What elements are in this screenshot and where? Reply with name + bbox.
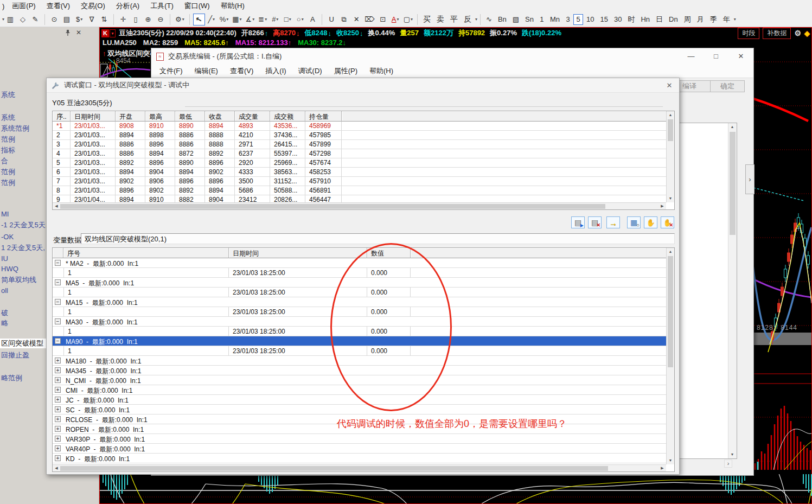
status-button-时段[interactable]: 时段 (738, 28, 759, 39)
indicator-diamond-icon[interactable]: ◇ (17, 14, 29, 25)
rectangle-tool-icon[interactable]: □▾ (282, 14, 293, 25)
collapse-icon[interactable]: − (55, 338, 61, 344)
menu-fragment[interactable]: ) (0, 2, 7, 10)
close-icon[interactable]: ✕ (728, 48, 753, 65)
menu-item[interactable]: 画面(P) (7, 0, 41, 12)
expand-icon[interactable]: + (55, 426, 61, 432)
period-button-月[interactable]: 月 (694, 14, 707, 25)
sidebar-item[interactable]: 略 (1, 318, 8, 328)
pause-data-button[interactable]: ✋ (644, 216, 657, 228)
grid-tool-icon[interactable]: ▦▾ (231, 14, 243, 25)
cursor-tool-icon[interactable]: ↖ (193, 14, 205, 25)
sidebar-item[interactable]: IU (1, 254, 8, 264)
variable-group-row[interactable]: −* MA2 - 最新:0.000 In:1 (53, 258, 666, 268)
table-row[interactable]: 823/01/03...8896890288928894568650588...… (53, 186, 666, 195)
menu-item[interactable]: 窗口(W) (179, 0, 215, 12)
chevron-down-icon[interactable]: ▾ (110, 29, 116, 37)
period-button-Bn[interactable]: Bn (495, 14, 509, 25)
sidebar-item[interactable]: 系统范例 (1, 124, 29, 133)
period-button-Hn[interactable]: Hn (638, 14, 653, 25)
variable-group-row[interactable]: −MA30 - 最新:0.000 In:1 (53, 317, 666, 327)
variable-group-row[interactable]: −MA90 - 最新:0.000 In:1 (53, 336, 666, 346)
sidebar-item[interactable]: 1 2天金叉5天, (1, 243, 45, 253)
expand-icon[interactable]: + (55, 436, 61, 442)
kline-chart-icon[interactable]: ▥ (4, 14, 16, 25)
edit-menu-item[interactable]: 帮助(H) (363, 65, 399, 77)
scroll-down-icon[interactable]: ▼ (728, 451, 736, 458)
sidebar-item-selected[interactable]: 区间突破模型 (0, 339, 51, 348)
filter-icon[interactable]: ∇ (86, 14, 98, 25)
period-button-1[interactable]: 1 (537, 14, 547, 25)
period-button-10[interactable]: 10 (584, 14, 597, 25)
table-horizontal-scrollbar[interactable]: ◀ ▶ (53, 202, 666, 209)
table-row[interactable]: 923/01/04...88948910888289042341220826..… (53, 195, 666, 202)
debug-titlebar[interactable]: 调试窗口 - 双均线区间突破模型 - 调试中 (47, 78, 679, 93)
variable-group-row[interactable]: +MA180 - 最新:0.000 In:1 (53, 356, 666, 366)
table-row[interactable]: 423/01/03...8886889488728892623755397...… (53, 149, 666, 158)
scroll-left-icon[interactable]: ◀ (53, 464, 60, 472)
period-button-∿[interactable]: ∿ (483, 14, 495, 25)
column-header[interactable]: 数值 (367, 248, 411, 258)
sidebar-item[interactable]: 略范例 (1, 373, 22, 383)
variable-group-row[interactable]: +KD - 最新:0.000 In:1 (53, 454, 666, 463)
sidebar-item[interactable]: -OK (1, 232, 14, 242)
variable-group-row[interactable]: +MA345 - 最新:0.000 In:1 (53, 366, 666, 375)
playback-icon[interactable]: ⊙ (48, 14, 60, 25)
alert-diamond-icon[interactable]: ◆ (804, 29, 810, 37)
sidebar-item[interactable]: 简单双均线 (1, 275, 36, 285)
edit-menu-item[interactable]: 文件(F) (154, 65, 189, 77)
table-horizontal-scrollbar[interactable]: ◀ ▶ (53, 464, 666, 471)
editor-titlebar[interactable]: ≈ 交易系统编辑 - (所属公式组：I.自编) (151, 48, 753, 65)
column-header[interactable]: 最高 (145, 111, 175, 122)
measure-icon[interactable]: ▯ (130, 14, 142, 25)
scroll-right-icon[interactable]: ▶ (658, 202, 666, 210)
text-tool-icon[interactable]: A (306, 14, 318, 25)
variable-group-row[interactable]: −MA5 - 最新:0.000 In:1 (53, 278, 666, 288)
sidebar-item[interactable]: 合 (1, 156, 8, 166)
scroll-up-icon[interactable]: ▲ (667, 248, 674, 256)
menu-item[interactable]: 工具(T) (145, 0, 179, 12)
column-header[interactable]: 成交量 (235, 111, 270, 122)
table-row[interactable]: 323/01/03...8886889688868888297126415...… (53, 140, 666, 149)
column-header[interactable]: 序号 (63, 248, 229, 258)
variable-group-row[interactable]: +VAR30P - 最新:0.000 In:1 (53, 434, 666, 444)
variable-value-row[interactable]: 123/01/03 18:25:000.000 (53, 288, 666, 297)
variable-group-row[interactable]: +VAR40P - 最新:0.000 In:1 (53, 444, 666, 454)
scrollbar-thumb[interactable] (668, 256, 673, 367)
edit-menu-item[interactable]: 查看(V) (224, 65, 259, 77)
ok-button[interactable]: 确定 (710, 80, 745, 92)
scroll-up-icon[interactable]: ▲ (728, 123, 736, 131)
sidebar-item[interactable]: 破 (1, 308, 8, 318)
zoom-in-icon[interactable]: ⊕ (142, 14, 154, 25)
expand-icon[interactable]: + (55, 455, 61, 461)
trash-icon[interactable]: ⌦ (363, 14, 376, 25)
gear-icon[interactable]: ⚙ (794, 29, 801, 37)
table-row[interactable]: *123/01/03...8908891088908894489343536..… (53, 122, 666, 131)
scrollbar-thumb[interactable] (730, 132, 736, 235)
gann-tool-icon[interactable]: #▾ (269, 14, 281, 25)
period-button-30[interactable]: 30 (611, 14, 624, 25)
order-form-icon[interactable]: ▤ (61, 14, 73, 25)
menu-item[interactable]: 交易(O) (75, 0, 111, 12)
column-header[interactable]: 持仓量 (305, 111, 342, 122)
period-button-Sn[interactable]: Sn (522, 14, 536, 25)
period-button-15[interactable]: 15 (598, 14, 611, 25)
delete-draw-icon[interactable]: ✕ (350, 14, 362, 25)
stop-data-button[interactable]: ✋ ✕ (661, 216, 674, 228)
column-header[interactable]: 日期时间 (71, 111, 116, 122)
scroll-right-icon[interactable]: ▶ (658, 464, 666, 472)
model-name-field[interactable]: 双均线区间突破模型(20,1) (81, 233, 675, 244)
money-icon[interactable]: $▾ (73, 14, 85, 25)
underline-icon[interactable]: U (325, 14, 337, 25)
period-button-周[interactable]: 周 (681, 14, 694, 25)
pan-move-icon[interactable]: ✛ (117, 14, 129, 25)
variable-group-row[interactable]: +JC - 最新:0.000 In:1 (53, 395, 666, 405)
panel-expander-button[interactable]: › (745, 164, 755, 194)
angle-tool-icon[interactable]: ∡▾ (244, 14, 257, 25)
period-button-Mn[interactable]: Mn (547, 14, 562, 25)
collapse-icon[interactable]: − (55, 260, 61, 266)
scrollbar-thumb[interactable] (60, 466, 608, 471)
minimize-icon[interactable]: — (679, 48, 704, 65)
save-icon[interactable]: ▢▾ (402, 14, 414, 25)
menu-item[interactable]: 查看(V) (41, 0, 75, 12)
